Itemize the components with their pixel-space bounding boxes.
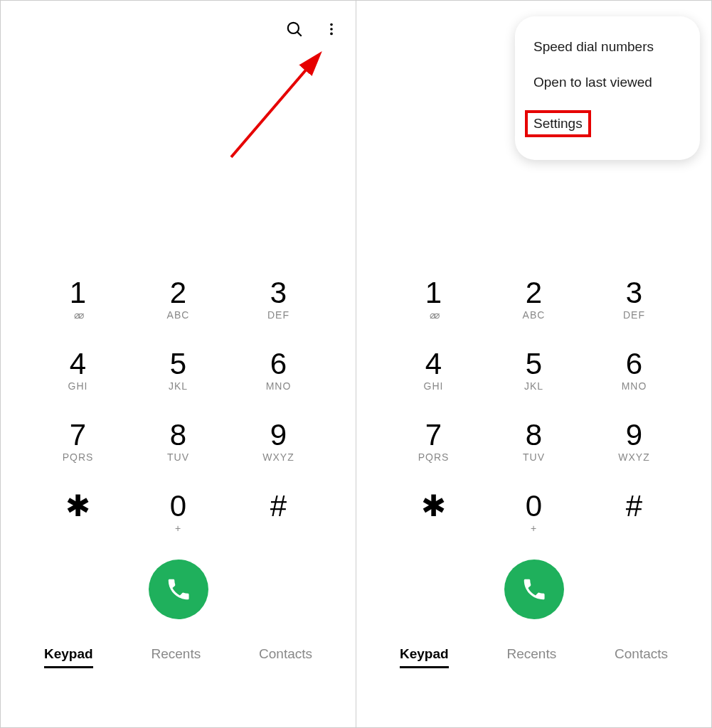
svg-line-5 xyxy=(231,58,317,157)
svg-line-1 xyxy=(297,32,302,36)
key-1[interactable]: 1⌀⌀ xyxy=(28,278,128,322)
key-4[interactable]: 4GHI xyxy=(383,349,484,393)
key-6[interactable]: 6MNO xyxy=(584,349,684,393)
more-options-icon[interactable] xyxy=(322,19,341,39)
key-3[interactable]: 3DEF xyxy=(584,278,684,322)
key-9[interactable]: 9WXYZ xyxy=(584,420,684,464)
key-0[interactable]: 0+ xyxy=(484,491,584,535)
search-icon[interactable] xyxy=(285,19,304,39)
tab-recents[interactable]: Recents xyxy=(506,646,556,668)
key-5[interactable]: 5JKL xyxy=(484,349,584,393)
dial-keypad: 1⌀⌀ 2ABC 3DEF 4GHI 5JKL 6MNO 7PQRS 8TUV … xyxy=(1,278,356,535)
bottom-tabs: Keypad Recents Contacts xyxy=(1,646,356,685)
voicemail-icon: ⌀⌀ xyxy=(74,309,83,321)
svg-point-0 xyxy=(288,23,299,33)
menu-open-last-viewed[interactable]: Open to last viewed xyxy=(515,65,700,100)
svg-point-3 xyxy=(330,28,333,31)
key-6[interactable]: 6MNO xyxy=(228,349,329,393)
svg-point-2 xyxy=(330,23,333,26)
key-star[interactable]: ✱ xyxy=(28,491,128,535)
key-8[interactable]: 8TUV xyxy=(484,420,584,464)
key-7[interactable]: 7PQRS xyxy=(28,420,128,464)
key-hash[interactable]: # xyxy=(228,491,329,535)
key-5[interactable]: 5JKL xyxy=(128,349,228,393)
key-2[interactable]: 2ABC xyxy=(484,278,584,322)
phone-icon xyxy=(521,576,548,603)
voicemail-icon: ⌀⌀ xyxy=(430,309,438,321)
call-row xyxy=(356,560,711,619)
call-button[interactable] xyxy=(149,560,208,619)
key-star[interactable]: ✱ xyxy=(383,491,484,535)
bottom-tabs: Keypad Recents Contacts xyxy=(356,646,711,685)
menu-settings[interactable]: Settings xyxy=(515,100,700,147)
tab-contacts[interactable]: Contacts xyxy=(259,646,312,668)
top-actions xyxy=(285,19,341,39)
call-row xyxy=(1,560,356,619)
annotation-highlight: Settings xyxy=(525,110,591,137)
annotation-arrow xyxy=(224,50,331,164)
key-1[interactable]: 1⌀⌀ xyxy=(383,278,484,322)
key-4[interactable]: 4GHI xyxy=(28,349,128,393)
phone-icon xyxy=(165,576,192,603)
menu-speed-dial[interactable]: Speed dial numbers xyxy=(515,29,700,65)
top-area: Speed dial numbers Open to last viewed S… xyxy=(356,1,711,278)
key-3[interactable]: 3DEF xyxy=(228,278,329,322)
phone-screen-left: 1⌀⌀ 2ABC 3DEF 4GHI 5JKL 6MNO 7PQRS 8TUV … xyxy=(1,1,356,727)
tab-keypad[interactable]: Keypad xyxy=(400,646,449,668)
key-2[interactable]: 2ABC xyxy=(128,278,228,322)
key-7[interactable]: 7PQRS xyxy=(383,420,484,464)
screenshot-pair: 1⌀⌀ 2ABC 3DEF 4GHI 5JKL 6MNO 7PQRS 8TUV … xyxy=(0,0,712,728)
key-9[interactable]: 9WXYZ xyxy=(228,420,329,464)
key-8[interactable]: 8TUV xyxy=(128,420,228,464)
tab-contacts[interactable]: Contacts xyxy=(615,646,668,668)
overflow-menu: Speed dial numbers Open to last viewed S… xyxy=(515,16,700,160)
dial-keypad: 1⌀⌀ 2ABC 3DEF 4GHI 5JKL 6MNO 7PQRS 8TUV … xyxy=(356,278,711,535)
svg-point-4 xyxy=(330,33,333,36)
top-area xyxy=(1,1,356,278)
tab-keypad[interactable]: Keypad xyxy=(44,646,93,668)
call-button[interactable] xyxy=(504,560,564,619)
key-hash[interactable]: # xyxy=(584,491,684,535)
key-0[interactable]: 0+ xyxy=(128,491,228,535)
phone-screen-right: Speed dial numbers Open to last viewed S… xyxy=(356,1,711,727)
tab-recents[interactable]: Recents xyxy=(151,646,201,668)
